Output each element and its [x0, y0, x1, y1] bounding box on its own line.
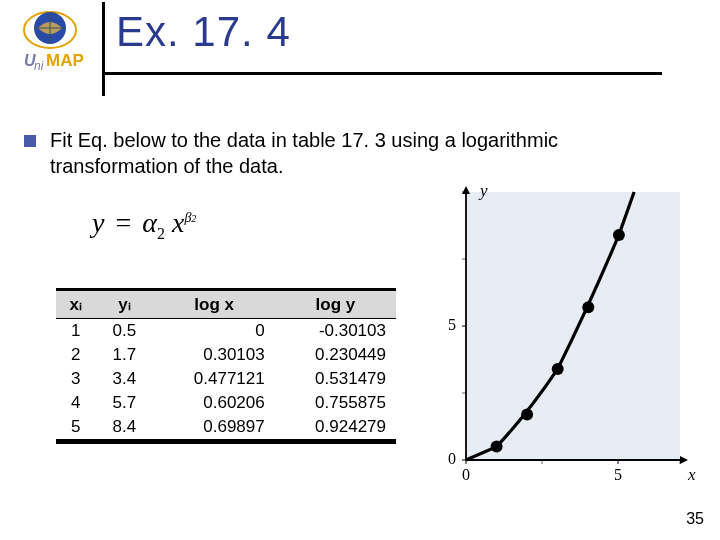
svg-text:MAP: MAP [46, 51, 84, 70]
table-row: 21.70.301030.230449 [56, 343, 396, 367]
data-table: xᵢ yᵢ log x log y 10.50-0.3010321.70.301… [56, 288, 396, 444]
logo: U ni MAP [10, 4, 90, 82]
eq-x: x [172, 207, 184, 238]
table-cell: 0.5 [95, 319, 153, 344]
table-row: 33.40.4771210.531479 [56, 367, 396, 391]
svg-marker-19 [462, 186, 470, 194]
page-number: 35 [686, 510, 704, 528]
eq-alpha-sub: 2 [157, 225, 165, 242]
table-cell: 3.4 [95, 367, 153, 391]
bullet-icon [24, 135, 36, 147]
svg-point-21 [491, 441, 503, 453]
table-cell: 2 [56, 343, 95, 367]
body-text: Fit Eq. below to the data in table 17. 3… [50, 128, 690, 179]
xtick-0: 0 [462, 466, 470, 483]
table-row: 45.70.602060.755875 [56, 391, 396, 415]
table-cell: 5 [56, 415, 95, 439]
table-row: 10.50-0.30103 [56, 319, 396, 344]
eq-beta-sub: 2 [191, 213, 196, 224]
col-yi: yᵢ [95, 290, 153, 319]
table-row: 58.40.698970.924279 [56, 415, 396, 439]
table-cell: 0.30103 [154, 343, 275, 367]
svg-point-22 [521, 408, 533, 420]
chart: 0 5 0 5 y x [418, 180, 700, 490]
svg-point-23 [552, 363, 564, 375]
ytick-5: 5 [448, 316, 456, 333]
title-container: Ex. 17. 4 [102, 8, 662, 75]
col-logx: log x [154, 290, 275, 319]
table-cell: 5.7 [95, 391, 153, 415]
table-cell: 3 [56, 367, 95, 391]
svg-point-24 [582, 301, 594, 313]
table-cell: 0.230449 [275, 343, 396, 367]
table-header-row: xᵢ yᵢ log x log y [56, 290, 396, 319]
eq-alpha: α [142, 207, 157, 238]
table-cell: 0.60206 [154, 391, 275, 415]
table-cell: 1.7 [95, 343, 153, 367]
col-logy: log y [275, 290, 396, 319]
table-cell: 1 [56, 319, 95, 344]
ylabel: y [478, 181, 488, 200]
svg-text:ni: ni [34, 59, 44, 73]
col-xi: xᵢ [56, 290, 95, 319]
table-cell: 0.477121 [154, 367, 275, 391]
table-cell: 8.4 [95, 415, 153, 439]
table-cell: 0.755875 [275, 391, 396, 415]
table-cell: 4 [56, 391, 95, 415]
table-cell: -0.30103 [275, 319, 396, 344]
svg-marker-20 [680, 456, 688, 464]
table-cell: 0.531479 [275, 367, 396, 391]
svg-rect-7 [466, 192, 680, 460]
slide-title: Ex. 17. 4 [116, 8, 662, 56]
xtick-5: 5 [614, 466, 622, 483]
ytick-0: 0 [448, 450, 456, 467]
table-bottom-rule [56, 439, 396, 444]
svg-point-25 [613, 229, 625, 241]
xlabel: x [687, 465, 696, 484]
table-cell: 0 [154, 319, 275, 344]
eq-equals: = [111, 207, 135, 238]
equation: y = α2 xβ2 [92, 207, 196, 243]
eq-y: y [92, 207, 104, 238]
table-cell: 0.69897 [154, 415, 275, 439]
table-cell: 0.924279 [275, 415, 396, 439]
